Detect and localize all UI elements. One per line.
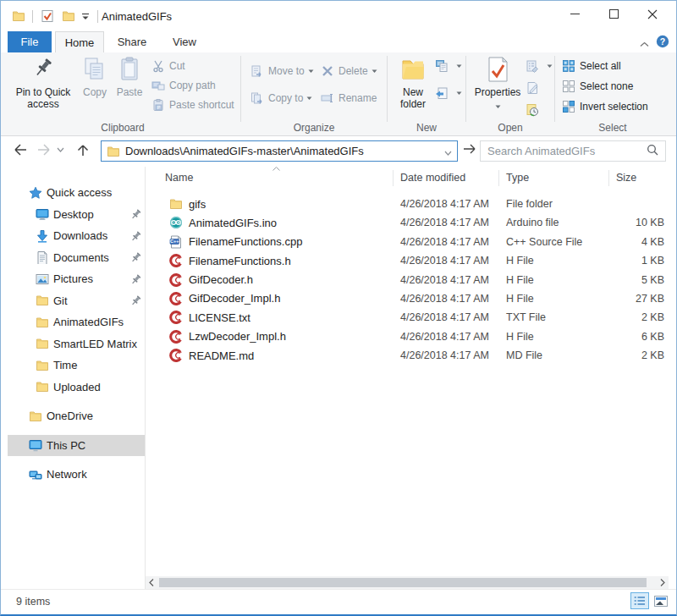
file-row-AnimatedGIFs.ino[interactable]: AnimatedGIFs.ino4/26/2018 4:17 AMArduino…	[146, 213, 669, 232]
file-row-FilenameFunctions.h[interactable]: FilenameFunctions.h4/26/2018 4:17 AMH Fi…	[146, 251, 669, 270]
file-row-FilenameFunctions.cpp[interactable]: C++FilenameFunctions.cpp4/26/2018 4:17 A…	[146, 233, 669, 251]
qat-divider2	[97, 10, 98, 23]
search-icon[interactable]	[647, 144, 658, 159]
sidebar-item-onedrive[interactable]: OneDrive	[1, 405, 145, 427]
sidebar-item-documents[interactable]: Documents	[1, 247, 145, 269]
file-name: FilenameFunctions.h	[189, 255, 291, 267]
sidebar-item-downloads[interactable]: Downloads	[1, 225, 145, 247]
folder-icon	[36, 359, 49, 372]
file-name: GifDecoder_Impl.h	[189, 292, 280, 305]
up-button[interactable]	[76, 143, 90, 157]
minimize-button[interactable]	[555, 1, 594, 27]
rename-button[interactable]: Rename	[321, 90, 377, 107]
file-date-modified: 4/26/2018 4:17 AM	[400, 311, 489, 323]
scroll-right-icon[interactable]	[657, 576, 669, 589]
copy-path-button[interactable]: Copy path	[151, 77, 216, 94]
column-header-date-modified[interactable]: Date modified	[400, 172, 465, 184]
address-path[interactable]: Downloads\AnimatedGIFs-master\AnimatedGI…	[125, 145, 444, 157]
back-button[interactable]	[13, 143, 28, 157]
tab-home[interactable]: Home	[55, 31, 104, 52]
paste-shortcut-button[interactable]: P Paste shortcut	[151, 96, 234, 113]
search-placeholder: Search AnimatedGIFs	[487, 145, 647, 157]
properties-button[interactable]: Properties	[471, 55, 524, 112]
ribbon-tab-row: File Home Share View ?	[1, 31, 676, 52]
new-folder-icon[interactable]	[62, 9, 74, 23]
file-row-LICENSE.txt[interactable]: LICENSE.txt4/26/2018 4:17 AMTXT File2 KB	[146, 308, 669, 327]
edit-button[interactable]	[526, 80, 543, 96]
copy-button[interactable]: Copy	[79, 55, 111, 99]
file-size: 2 KB	[641, 311, 664, 323]
delete-button[interactable]: Delete	[321, 63, 377, 80]
copy-to-button[interactable]: Copy to	[250, 90, 312, 107]
file-row-GifDecoder_Impl.h[interactable]: GifDecoder_Impl.h4/26/2018 4:17 AMH File…	[146, 289, 669, 308]
pin-to-quick-access-button[interactable]: Pin to Quick access	[9, 55, 77, 110]
dropdown-icon	[306, 96, 312, 101]
sidebar-item-desktop[interactable]: Desktop	[1, 204, 145, 226]
help-icon[interactable]: ?	[656, 35, 669, 52]
move-to-button[interactable]: Move to	[250, 63, 314, 80]
sidebar-item-uploaded[interactable]: Uploaded	[1, 377, 145, 399]
file-row-README.md[interactable]: README.md4/26/2018 4:17 AMMD File2 KB	[146, 346, 669, 365]
svg-text:P: P	[157, 105, 161, 110]
column-header-type[interactable]: Type	[506, 172, 529, 184]
items-count: 9 items	[16, 596, 50, 608]
address-dropdown-icon[interactable]	[444, 144, 452, 159]
sidebar-item-network[interactable]: Network	[1, 464, 145, 486]
file-row-LzwDecoder_Impl.h[interactable]: LzwDecoder_Impl.h4/26/2018 4:17 AMH File…	[146, 327, 669, 346]
history-icon	[526, 103, 539, 117]
arduino-icon	[169, 216, 183, 229]
tab-share[interactable]: Share	[107, 31, 157, 52]
star-icon	[29, 186, 42, 200]
sidebar-item-smartled-matrix[interactable]: SmartLED Matrix	[1, 333, 145, 355]
details-view-button[interactable]	[630, 592, 649, 609]
status-bar: 9 items	[1, 589, 676, 614]
paste-button[interactable]: Paste	[112, 55, 147, 99]
close-button[interactable]	[633, 1, 672, 27]
tab-file[interactable]: File	[8, 31, 52, 52]
toolbar-dropdown-icon[interactable]	[81, 13, 90, 20]
invert-selection-button[interactable]: Invert selection	[562, 98, 648, 115]
scrollbar-thumb[interactable]	[159, 578, 647, 587]
tab-view[interactable]: View	[160, 31, 209, 52]
scroll-left-icon[interactable]	[146, 576, 157, 589]
address-bar[interactable]: Downloads\AnimatedGIFs-master\AnimatedGI…	[101, 140, 458, 162]
documents-icon	[36, 250, 49, 264]
sidebar-item-time[interactable]: Time	[1, 355, 145, 377]
file-row-GifDecoder.h[interactable]: GifDecoder.h4/26/2018 4:17 AMH File5 KB	[146, 271, 669, 289]
folder-icon	[169, 197, 183, 211]
sidebar-item-pictures[interactable]: Pictures	[1, 268, 145, 290]
icons-view-button[interactable]	[652, 592, 670, 609]
history-button[interactable]	[526, 102, 543, 118]
sidebar-item-animatedgifs[interactable]: AnimatedGIFs	[1, 311, 145, 333]
new-item-button[interactable]	[435, 58, 462, 74]
new-folder-button[interactable]: New folder	[393, 55, 433, 110]
select-all-button[interactable]: Select all	[562, 58, 621, 74]
file-list: gifs4/26/2018 4:17 AMFile folderAnimated…	[146, 195, 669, 366]
sidebar-item-git[interactable]: Git	[1, 290, 145, 312]
group-label-clipboard: Clipboard	[8, 122, 238, 134]
cpp-icon: C++	[169, 235, 183, 249]
scrollbar-track[interactable]	[157, 576, 657, 589]
search-box[interactable]: Search AnimatedGIFs	[480, 140, 666, 162]
go-to-button[interactable]	[463, 143, 476, 155]
file-name: gifs	[189, 198, 206, 211]
file-type: MD File	[506, 349, 542, 361]
sidebar-item-this-pc[interactable]: This PC	[8, 435, 145, 457]
properties-check-icon[interactable]	[41, 9, 54, 23]
forward-button[interactable]	[36, 143, 52, 157]
column-header-size[interactable]: Size	[616, 172, 636, 184]
maximize-button[interactable]	[594, 1, 633, 27]
select-none-button[interactable]: Select none	[562, 78, 633, 95]
red-c-icon	[169, 292, 183, 305]
sidebar-item-quick-access[interactable]: Quick access	[1, 182, 145, 204]
easy-access-button[interactable]	[435, 85, 462, 102]
file-row-gifs[interactable]: gifs4/26/2018 4:17 AMFile folder	[146, 195, 669, 213]
open-button[interactable]	[526, 58, 553, 74]
file-size: 10 KB	[636, 217, 664, 228]
cut-button[interactable]: Cut	[151, 58, 185, 74]
horizontal-scrollbar[interactable]	[146, 576, 669, 589]
column-header-name[interactable]: Name	[165, 172, 193, 184]
address-folder-icon	[107, 145, 119, 158]
minimize-ribbon-icon[interactable]	[640, 36, 649, 51]
recent-locations-icon[interactable]	[57, 147, 64, 152]
